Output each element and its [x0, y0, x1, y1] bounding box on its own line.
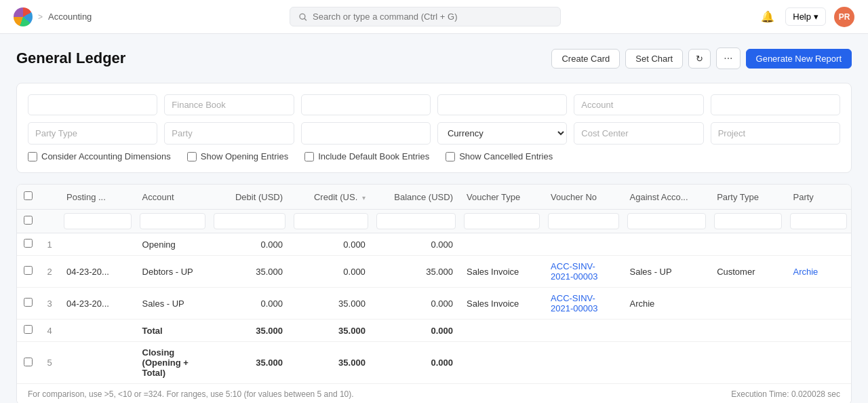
- row-against-acct: [623, 233, 711, 256]
- party-name-filter[interactable]: [164, 122, 294, 145]
- select-all-checkbox[interactable]: [24, 191, 33, 200]
- row-voucher-no[interactable]: [544, 233, 623, 256]
- currency-filter[interactable]: Currency: [437, 122, 567, 145]
- show-cancelled-label[interactable]: Show Cancelled Entries: [446, 151, 553, 161]
- col-filter-date-input[interactable]: [64, 213, 132, 229]
- row-check[interactable]: [17, 233, 39, 256]
- row-voucher-no[interactable]: ACC-SINV-2021-00003: [544, 256, 623, 288]
- row-check[interactable]: [17, 342, 39, 384]
- notification-bell[interactable]: 🔔: [758, 7, 777, 26]
- col-filter-vtype-input[interactable]: [464, 213, 540, 229]
- row-checkbox[interactable]: [24, 239, 33, 248]
- col-filter-vno[interactable]: [544, 210, 623, 233]
- row-account[interactable]: Opening: [136, 233, 210, 256]
- consider-accounting-checkbox[interactable]: [28, 152, 37, 161]
- col-filter-party[interactable]: [786, 210, 851, 233]
- row-account[interactable]: Debtors - UP: [136, 256, 210, 288]
- row-balance: 0.000: [372, 288, 460, 320]
- show-opening-label[interactable]: Show Opening Entries: [187, 151, 288, 161]
- row-party[interactable]: [786, 233, 851, 256]
- row-checkbox[interactable]: [24, 298, 33, 307]
- help-button[interactable]: Help ▾: [785, 7, 826, 26]
- finance-book-filter[interactable]: [164, 94, 294, 115]
- group-by-filter[interactable]: Group by Voucher (Consol: [301, 122, 431, 145]
- row-voucher-no[interactable]: [544, 320, 623, 342]
- row-credit: 35.000: [290, 288, 372, 320]
- party-filter[interactable]: Unico Plastics Inc.: [28, 94, 157, 115]
- party-header[interactable]: Party: [786, 185, 851, 210]
- col-filter-debit-input[interactable]: [214, 213, 285, 229]
- row-credit: 0.000: [290, 233, 372, 256]
- show-cancelled-checkbox[interactable]: [446, 152, 455, 161]
- col-filter-against[interactable]: [623, 210, 711, 233]
- party-type-header[interactable]: Party Type: [710, 185, 786, 210]
- include-default-book-label[interactable]: Include Default Book Entries: [304, 151, 429, 161]
- app-logo[interactable]: [14, 7, 33, 26]
- against-acct-header[interactable]: Against Acco...: [623, 185, 711, 210]
- col-filter-party-input[interactable]: [790, 213, 847, 229]
- page-actions: Create Card Set Chart ↻ ··· Generate New…: [551, 47, 852, 69]
- col-check[interactable]: [24, 216, 33, 225]
- col-filter-vtype[interactable]: [460, 210, 544, 233]
- voucher-no-header[interactable]: Voucher No: [544, 185, 623, 210]
- select-all-header[interactable]: [17, 185, 39, 210]
- avatar[interactable]: PR: [834, 7, 854, 27]
- party-type-filter[interactable]: [28, 122, 157, 145]
- row-party[interactable]: Archie: [786, 256, 851, 288]
- row-party-type: [710, 288, 786, 320]
- search-bar[interactable]: [290, 7, 561, 26]
- include-default-book-checkbox[interactable]: [304, 152, 314, 161]
- row-checkbox[interactable]: [24, 325, 33, 334]
- generate-report-button[interactable]: Generate New Report: [746, 49, 852, 69]
- row-check[interactable]: [17, 320, 39, 342]
- posting-date-header[interactable]: Posting ...: [60, 185, 136, 210]
- row-account[interactable]: Sales - UP: [136, 288, 210, 320]
- col-filter-debit[interactable]: [210, 210, 290, 233]
- col-filter-against-input[interactable]: [627, 213, 707, 229]
- col-filter-vno-input[interactable]: [548, 213, 618, 229]
- account-header[interactable]: Account: [136, 185, 210, 210]
- row-account[interactable]: Closing (Opening + Total): [136, 342, 210, 384]
- col-filter-credit-input[interactable]: [294, 213, 368, 229]
- page: General Ledger Create Card Set Chart ↻ ·…: [0, 34, 868, 403]
- create-card-button[interactable]: Create Card: [551, 49, 620, 69]
- col-filter-ptype-input[interactable]: [714, 213, 782, 229]
- from-date-filter[interactable]: 04-23-2021: [301, 94, 431, 115]
- col-filter-balance-input[interactable]: [376, 213, 456, 229]
- row-party[interactable]: [786, 320, 851, 342]
- row-party[interactable]: [786, 288, 851, 320]
- row-check[interactable]: [17, 288, 39, 320]
- col-filter-ptype[interactable]: [710, 210, 786, 233]
- show-opening-checkbox[interactable]: [187, 152, 197, 161]
- refresh-button[interactable]: ↻: [688, 49, 711, 69]
- breadcrumb[interactable]: Accounting: [48, 12, 92, 22]
- to-date-filter[interactable]: 04-23-2021: [437, 94, 567, 115]
- account-value-filter[interactable]: ACC-SINV-2021-00003: [711, 94, 840, 115]
- more-options-button[interactable]: ···: [716, 47, 740, 69]
- col-filter-account[interactable]: [136, 210, 210, 233]
- col-filter-balance[interactable]: [372, 210, 460, 233]
- row-party[interactable]: [786, 342, 851, 384]
- project-filter[interactable]: [711, 122, 840, 145]
- row-voucher-no[interactable]: ACC-SINV-2021-00003: [544, 288, 623, 320]
- checkbox-row: Consider Accounting Dimensions Show Open…: [28, 151, 840, 161]
- col-filter-date[interactable]: [60, 210, 136, 233]
- balance-header[interactable]: Balance (USD): [372, 185, 460, 210]
- search-input[interactable]: [313, 12, 552, 22]
- row-check[interactable]: [17, 256, 39, 288]
- voucher-type-header[interactable]: Voucher Type: [460, 185, 544, 210]
- col-filter-account-input[interactable]: [140, 213, 206, 229]
- show-cancelled-text: Show Cancelled Entries: [459, 151, 553, 161]
- row-voucher-no[interactable]: [544, 342, 623, 384]
- consider-accounting-label[interactable]: Consider Accounting Dimensions: [28, 151, 171, 161]
- row-checkbox[interactable]: [24, 266, 33, 275]
- row-checkbox[interactable]: [24, 358, 33, 366]
- account-filter[interactable]: [574, 94, 703, 115]
- row-account[interactable]: Total: [136, 320, 210, 342]
- cost-center-filter[interactable]: [574, 122, 703, 145]
- row-party-type: [710, 320, 786, 342]
- credit-header[interactable]: Credit (US. ▾: [290, 185, 372, 210]
- set-chart-button[interactable]: Set Chart: [625, 49, 683, 69]
- col-filter-credit[interactable]: [290, 210, 372, 233]
- debit-header[interactable]: Debit (USD): [210, 185, 290, 210]
